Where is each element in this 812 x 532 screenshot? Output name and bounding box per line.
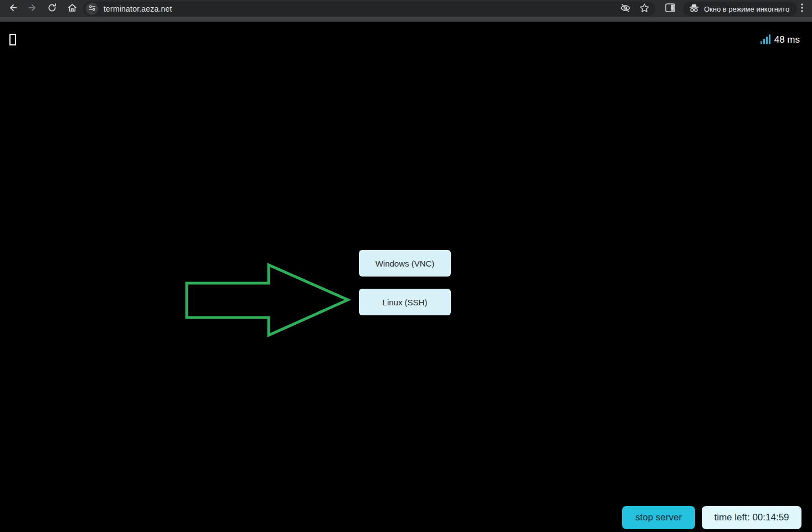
forward-icon xyxy=(28,3,38,14)
signal-bars-icon xyxy=(760,34,770,45)
missing-glyph-box xyxy=(9,34,16,45)
home-button[interactable] xyxy=(64,1,80,17)
time-left-badge: time left: 00:14:59 xyxy=(702,506,801,529)
back-icon xyxy=(8,3,18,14)
url-text[interactable]: terminator.aeza.net xyxy=(104,4,172,13)
star-icon xyxy=(639,3,650,15)
home-icon xyxy=(67,3,78,14)
incognito-badge: Окно в режиме инкогнито xyxy=(683,2,797,16)
site-settings-button[interactable] xyxy=(86,3,98,15)
kebab-menu-icon xyxy=(801,3,803,14)
reload-button[interactable] xyxy=(44,1,60,17)
side-panel-button[interactable] xyxy=(662,1,678,16)
incognito-badge-label: Окно в режиме инкогнито xyxy=(704,5,789,13)
green-arrow-pointer xyxy=(183,260,352,339)
eye-off-icon xyxy=(620,3,631,15)
ping-value: 48 ms xyxy=(774,34,800,45)
back-button[interactable] xyxy=(4,1,21,17)
password-eye-off-button[interactable] xyxy=(619,2,632,16)
forward-button[interactable] xyxy=(24,1,41,17)
linux-ssh-button[interactable]: Linux (SSH) xyxy=(359,289,451,315)
windows-vnc-button[interactable]: Windows (VNC) xyxy=(359,250,451,277)
tune-icon xyxy=(89,4,96,13)
incognito-icon xyxy=(688,3,700,15)
address-bar[interactable]: terminator.aeza.net xyxy=(83,2,655,16)
toolbar-separator xyxy=(0,17,812,22)
reload-icon xyxy=(47,3,57,14)
stop-server-button[interactable]: stop server xyxy=(622,506,695,529)
browser-menu-button[interactable] xyxy=(795,1,809,16)
bookmark-star-button[interactable] xyxy=(638,2,651,16)
ping-indicator: 48 ms xyxy=(760,34,800,45)
browser-toolbar: terminator.aeza.net xyxy=(0,0,812,17)
side-panel-icon xyxy=(665,3,675,14)
